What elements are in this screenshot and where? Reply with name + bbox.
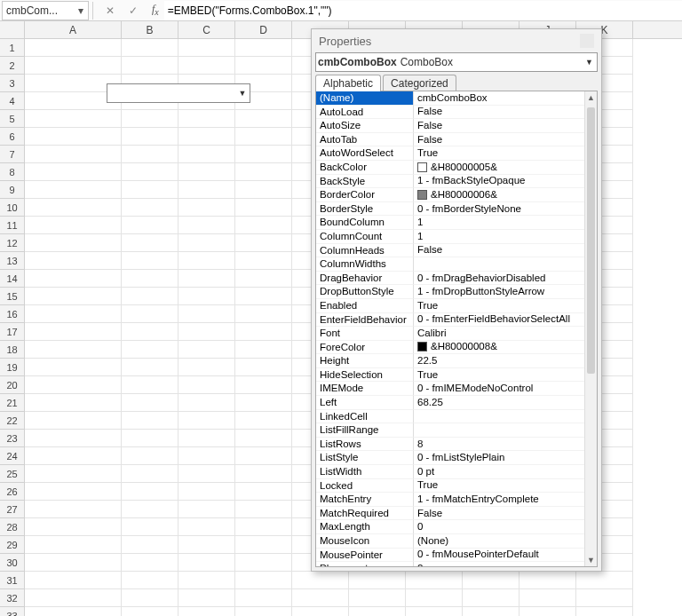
cell[interactable]: [122, 110, 178, 128]
cell[interactable]: [178, 359, 235, 376]
property-value[interactable]: False: [414, 106, 584, 120]
cell[interactable]: [122, 447, 178, 465]
object-selector-dropdown-icon[interactable]: ▼: [583, 58, 595, 67]
cell[interactable]: [235, 341, 292, 359]
cell[interactable]: [122, 589, 178, 607]
property-value[interactable]: False: [414, 244, 584, 258]
cell[interactable]: [25, 39, 122, 57]
row-header[interactable]: 5: [0, 110, 25, 128]
cell[interactable]: [235, 465, 292, 483]
row-header[interactable]: 18: [0, 341, 25, 359]
cell[interactable]: [25, 163, 122, 181]
cell[interactable]: [349, 607, 406, 616]
row-header[interactable]: 7: [0, 146, 25, 163]
cell[interactable]: [235, 501, 292, 518]
property-value[interactable]: 1 - fmDropButtonStyleArrow: [414, 285, 584, 299]
property-row[interactable]: HideSelectionTrue: [316, 368, 584, 383]
cell[interactable]: [25, 323, 122, 341]
cell[interactable]: [122, 305, 178, 323]
row-header[interactable]: 32: [0, 589, 25, 607]
cell[interactable]: [235, 607, 292, 616]
property-value[interactable]: 0 - fmIMEModeNoControl: [414, 382, 584, 396]
cell[interactable]: [25, 128, 122, 146]
cell[interactable]: [25, 217, 122, 234]
cell[interactable]: [178, 607, 235, 616]
property-value[interactable]: 8: [414, 438, 584, 452]
row-header[interactable]: 11: [0, 217, 25, 234]
row-header[interactable]: 8: [0, 163, 25, 181]
cell[interactable]: [122, 128, 178, 146]
properties-titlebar[interactable]: Properties: [312, 29, 601, 52]
cell[interactable]: [235, 252, 292, 270]
cell[interactable]: [178, 181, 235, 199]
column-header[interactable]: D: [235, 21, 292, 38]
property-row[interactable]: BoundColumn1: [316, 216, 584, 230]
property-value[interactable]: Calibri: [414, 327, 584, 341]
cell[interactable]: [178, 483, 235, 501]
cell[interactable]: [235, 589, 292, 607]
property-row[interactable]: MaxLength0: [316, 520, 584, 534]
property-value[interactable]: 22.5: [414, 354, 584, 368]
properties-scrollbar[interactable]: ▲ ▼: [584, 91, 597, 566]
property-value[interactable]: [414, 423, 584, 438]
property-value[interactable]: True: [414, 299, 584, 313]
property-row[interactable]: LockedTrue: [316, 479, 584, 494]
property-row[interactable]: ListStyle0 - fmListStylePlain: [316, 451, 584, 465]
cell[interactable]: [235, 572, 292, 589]
cell[interactable]: [25, 430, 122, 447]
cell[interactable]: [122, 323, 178, 341]
cell[interactable]: [235, 447, 292, 465]
row-header[interactable]: 28: [0, 518, 25, 536]
cell[interactable]: [235, 305, 292, 323]
property-row[interactable]: ListFillRange: [316, 423, 584, 438]
row-header[interactable]: 20: [0, 376, 25, 394]
cell[interactable]: [25, 305, 122, 323]
property-row[interactable]: BorderColor&H80000006&: [316, 188, 584, 202]
row-header[interactable]: 16: [0, 305, 25, 323]
property-value[interactable]: 0 - fmMousePointerDefault: [414, 549, 584, 563]
row-header[interactable]: 2: [0, 57, 25, 75]
row-header[interactable]: 26: [0, 483, 25, 501]
property-value[interactable]: 0: [414, 520, 584, 534]
cell[interactable]: [178, 234, 235, 252]
property-row[interactable]: EnterFieldBehavior0 - fmEnterFieldBehavi…: [316, 313, 584, 328]
property-row[interactable]: MatchRequiredFalse: [316, 507, 584, 521]
property-value[interactable]: 0 - fmEnterFieldBehaviorSelectAll: [414, 313, 584, 328]
cell[interactable]: [25, 572, 122, 589]
tab-alphabetic[interactable]: Alphabetic: [315, 75, 381, 91]
row-header[interactable]: 6: [0, 128, 25, 146]
cell[interactable]: [178, 270, 235, 288]
cell[interactable]: [178, 376, 235, 394]
cell[interactable]: [235, 554, 292, 572]
property-value[interactable]: &H80000005&: [414, 161, 584, 175]
cell[interactable]: [122, 217, 178, 234]
cell[interactable]: [25, 376, 122, 394]
fx-icon[interactable]: fx: [152, 3, 159, 17]
cell[interactable]: [122, 394, 178, 412]
cell[interactable]: [25, 359, 122, 376]
cell[interactable]: [25, 181, 122, 199]
cell[interactable]: [122, 412, 178, 430]
cell[interactable]: [235, 288, 292, 305]
property-row[interactable]: (Name)cmbComboBox: [316, 91, 584, 106]
cell[interactable]: [25, 465, 122, 483]
cell[interactable]: [122, 163, 178, 181]
cell[interactable]: [576, 607, 633, 616]
cell[interactable]: [25, 270, 122, 288]
cancel-formula-button[interactable]: ✕: [100, 1, 120, 20]
cell[interactable]: [463, 589, 519, 607]
cell[interactable]: [235, 146, 292, 163]
cell[interactable]: [463, 572, 519, 589]
cell[interactable]: [406, 607, 463, 616]
cell[interactable]: [235, 199, 292, 217]
cell[interactable]: [25, 554, 122, 572]
property-row[interactable]: ForeColor&H80000008&: [316, 341, 584, 355]
cell[interactable]: [122, 341, 178, 359]
select-all-corner[interactable]: [0, 21, 25, 38]
cell[interactable]: [122, 57, 178, 75]
cell[interactable]: [122, 39, 178, 57]
property-value[interactable]: 1 - fmMatchEntryComplete: [414, 493, 584, 507]
cell[interactable]: [292, 589, 349, 607]
property-value[interactable]: 0 - fmBorderStyleNone: [414, 202, 584, 217]
name-box-dropdown-icon[interactable]: ▾: [74, 4, 88, 17]
